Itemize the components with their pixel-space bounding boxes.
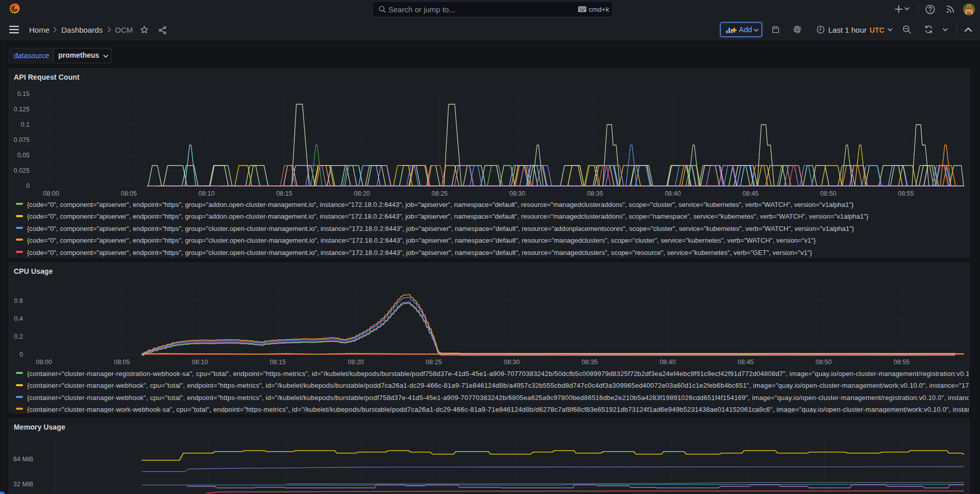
svg-text:08:10: 08:10 (192, 359, 208, 366)
svg-text:08:45: 08:45 (742, 190, 758, 197)
svg-text:0.05: 0.05 (17, 152, 30, 159)
svg-text:0.075: 0.075 (14, 136, 30, 144)
svg-text:0.2: 0.2 (14, 333, 23, 340)
svg-text:08:55: 08:55 (898, 190, 914, 197)
svg-text:08:15: 08:15 (276, 190, 292, 197)
svg-text:08:50: 08:50 (815, 359, 831, 366)
svg-text:08:20: 08:20 (354, 190, 370, 197)
svg-text:08:20: 08:20 (348, 359, 364, 366)
svg-text:08:25: 08:25 (426, 359, 441, 366)
svg-text:0.125: 0.125 (14, 106, 30, 113)
svg-text:08:40: 08:40 (660, 359, 675, 366)
svg-text:0: 0 (19, 351, 23, 358)
svg-text:08:30: 08:30 (509, 190, 525, 197)
svg-text:08:30: 08:30 (504, 359, 520, 366)
svg-text:08:45: 08:45 (738, 359, 754, 366)
svg-text:0.1: 0.1 (21, 121, 30, 128)
svg-text:0.025: 0.025 (14, 167, 30, 174)
svg-text:0.15: 0.15 (17, 90, 30, 98)
svg-text:0.6: 0.6 (14, 297, 23, 304)
svg-text:08:40: 08:40 (665, 190, 681, 197)
svg-text:08:05: 08:05 (121, 190, 136, 197)
svg-text:08:10: 08:10 (199, 190, 215, 197)
svg-text:64 MiB: 64 MiB (13, 456, 33, 463)
svg-text:08:35: 08:35 (587, 190, 603, 197)
svg-text:32 MiB: 32 MiB (13, 481, 33, 488)
svg-text:0: 0 (26, 182, 30, 190)
svg-text:08:50: 08:50 (820, 190, 836, 197)
svg-text:08:55: 08:55 (894, 359, 909, 366)
svg-text:08:05: 08:05 (114, 359, 130, 366)
svg-text:08:25: 08:25 (432, 190, 448, 197)
svg-text:08:00: 08:00 (43, 190, 59, 197)
svg-text:08:35: 08:35 (582, 359, 598, 366)
svg-text:0.4: 0.4 (14, 315, 23, 322)
svg-text:08:15: 08:15 (270, 359, 286, 366)
svg-text:08:00: 08:00 (36, 359, 52, 366)
